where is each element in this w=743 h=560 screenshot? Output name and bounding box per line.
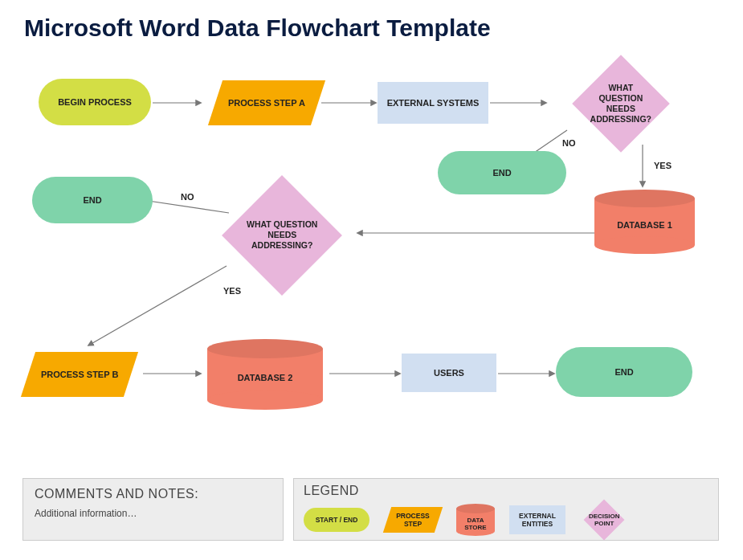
edge-label-yes-1: YES bbox=[654, 161, 672, 170]
terminator-end-top-label: END bbox=[492, 167, 511, 178]
legend-box: LEGEND START / END PROCESS STEP DATA STO… bbox=[293, 478, 719, 541]
svg-line-6 bbox=[143, 200, 229, 213]
legend-external: EXTERNAL ENTITIES bbox=[509, 505, 565, 534]
terminator-end-left-label: END bbox=[83, 194, 101, 206]
comments-text: Additional information… bbox=[35, 508, 271, 519]
legend-process: PROCESS STEP bbox=[384, 505, 442, 534]
terminator-end-right: END bbox=[556, 347, 692, 397]
legend-process-label: PROCESS STEP bbox=[387, 512, 439, 528]
terminator-begin-label: BEGIN PROCESS bbox=[58, 96, 132, 108]
edge-label-no-2: NO bbox=[181, 192, 194, 202]
legend-datastore-label: DATA STORE bbox=[456, 517, 495, 531]
legend-external-label: EXTERNAL ENTITIES bbox=[509, 512, 565, 528]
terminator-end-left: END bbox=[32, 177, 153, 223]
legend-datastore: DATA STORE bbox=[456, 504, 495, 536]
database-1: DATABASE 1 bbox=[594, 190, 695, 254]
database-1-label: DATABASE 1 bbox=[594, 220, 695, 230]
decision-1-label: WHAT QUESTION NEEDS ADDRESSING? bbox=[586, 83, 655, 125]
external-systems-label: EXTERNAL SYSTEMS bbox=[387, 97, 480, 108]
legend-start-end-label: START / END bbox=[316, 516, 358, 524]
flowchart-canvas: BEGIN PROCESS PROCESS STEP A EXTERNAL SY… bbox=[0, 0, 743, 560]
terminator-end-right-label: END bbox=[614, 366, 633, 378]
edge-label-yes-2: YES bbox=[223, 286, 241, 296]
legend-title: LEGEND bbox=[304, 484, 708, 498]
comments-title: COMMENTS AND NOTES: bbox=[35, 487, 271, 501]
legend-start-end: START / END bbox=[304, 508, 369, 532]
external-systems: EXTERNAL SYSTEMS bbox=[378, 82, 488, 124]
svg-line-7 bbox=[88, 266, 227, 345]
legend-decision: DECISION POINT bbox=[580, 501, 628, 538]
terminator-begin: BEGIN PROCESS bbox=[39, 79, 151, 125]
users-entity-label: USERS bbox=[434, 367, 464, 378]
process-step-a: PROCESS STEP A bbox=[208, 80, 325, 125]
terminator-end-top: END bbox=[438, 151, 566, 194]
comments-box: COMMENTS AND NOTES: Additional informati… bbox=[22, 478, 284, 541]
database-2-label: DATABASE 2 bbox=[207, 373, 323, 382]
decision-2-label: WHAT QUESTION NEEDS ADDRESSING? bbox=[239, 219, 325, 251]
process-step-b: PROCESS STEP B bbox=[21, 352, 138, 397]
legend-decision-label: DECISION POINT bbox=[589, 513, 620, 527]
edge-label-no-1: NO bbox=[562, 138, 576, 148]
database-2: DATABASE 2 bbox=[207, 339, 323, 410]
users-entity: USERS bbox=[402, 354, 496, 392]
legend-row: START / END PROCESS STEP DATA STORE EXTE… bbox=[304, 501, 708, 538]
process-step-a-label: PROCESS STEP A bbox=[228, 97, 305, 108]
process-step-b-label: PROCESS STEP B bbox=[41, 369, 118, 380]
